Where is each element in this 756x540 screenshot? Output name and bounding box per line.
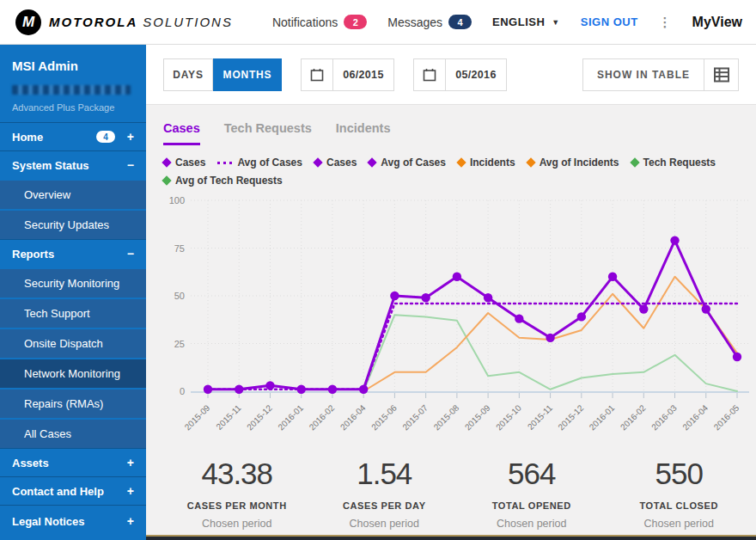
svg-text:2016-01: 2016-01 — [588, 402, 617, 432]
legend-diamond-icon — [526, 157, 535, 167]
sign-out-button[interactable]: SIGN OUT — [581, 15, 638, 28]
sidebar-item-label: Repairs (RMAs) — [24, 397, 103, 410]
date-to-value: 05/2016 — [446, 59, 506, 90]
sidebar-item-label: Tech Support — [24, 307, 90, 320]
messages-button[interactable]: Messages 4 — [387, 15, 472, 29]
stat-value: 43.38 — [163, 457, 311, 491]
date-from-value: 06/2015 — [333, 59, 393, 90]
legend-diamond-icon — [368, 157, 377, 167]
stat-label: TOTAL CLOSED — [606, 500, 753, 511]
brand-primary: MOTOROLA — [49, 15, 137, 29]
sidebar-item-tech-support[interactable]: Tech Support — [0, 298, 146, 328]
sidebar-item-network-monitoring[interactable]: Network Monitoring — [0, 358, 146, 388]
notifications-button[interactable]: Notifications 2 — [272, 15, 367, 29]
chart-container: 02550751002015-092015-112015-122016-0120… — [163, 190, 756, 448]
stat-value: 1.54 — [311, 457, 459, 491]
tab-tech-requests[interactable]: Tech Requests — [224, 121, 312, 145]
stat-total-closed: 550TOTAL CLOSEDChosen period — [606, 457, 753, 530]
svg-text:2015-06: 2015-06 — [369, 402, 399, 432]
legend-label: Incidents — [470, 156, 515, 169]
toolbar: DAYS MONTHS 06/2015 05/2016 SHOW IN TABL… — [146, 45, 756, 105]
svg-text:2015-11: 2015-11 — [214, 402, 243, 432]
report-content: CasesTech RequestsIncidents CasesAvg of … — [146, 105, 756, 530]
sidebar-item-reports[interactable]: Reports− — [0, 239, 146, 267]
svg-text:2015-09: 2015-09 — [463, 402, 492, 432]
calendar-icon — [302, 59, 333, 90]
tab-incidents[interactable]: Incidents — [336, 121, 391, 145]
svg-text:0: 0 — [180, 386, 185, 396]
top-header: M MOTOROLASOLUTIONS Notifications 2 Mess… — [0, 0, 756, 45]
svg-text:100: 100 — [169, 195, 185, 206]
sidebar-item-assets[interactable]: Assets+ — [0, 448, 146, 476]
svg-text:2016-04: 2016-04 — [338, 402, 368, 432]
legend-item-avg-of-cases-1[interactable]: Avg of Cases — [217, 156, 302, 169]
user-name: MSI Admin — [12, 58, 134, 73]
collapse-minus-icon[interactable]: − — [124, 158, 134, 172]
stat-cases-per-day: 1.54CASES PER DAYChosen period — [311, 457, 459, 530]
footer-bar — [146, 535, 756, 540]
legend-item-avg-of-incidents-5[interactable]: Avg of Incidents — [527, 156, 619, 169]
messages-label: Messages — [387, 15, 442, 29]
collapse-minus-icon[interactable]: − — [124, 247, 134, 261]
show-in-table-button[interactable]: SHOW IN TABLE — [582, 58, 739, 91]
stat-sub: Chosen period — [163, 518, 311, 530]
sidebar-item-label: Security Updates — [24, 218, 109, 231]
svg-text:2016-04: 2016-04 — [680, 402, 710, 432]
legend-item-cases-0[interactable]: Cases — [163, 156, 205, 169]
stat-sub: Chosen period — [458, 518, 606, 530]
legend-item-avg-of-cases-3[interactable]: Avg of Cases — [369, 156, 446, 169]
count-badge: 4 — [96, 131, 115, 143]
expand-plus-icon[interactable]: + — [124, 484, 134, 498]
sidebar-item-label: System Status — [12, 159, 89, 172]
sidebar-item-security-updates[interactable]: Security Updates — [0, 209, 146, 239]
notifications-count-badge: 2 — [344, 15, 367, 29]
svg-text:50: 50 — [174, 291, 185, 301]
sidebar-item-label: Assets — [12, 457, 49, 469]
legend-diamond-icon — [162, 157, 171, 167]
svg-text:2015-12: 2015-12 — [245, 402, 274, 432]
expand-plus-icon[interactable]: + — [124, 456, 134, 469]
sidebar-item-security-monitoring[interactable]: Security Monitoring — [0, 267, 146, 298]
sidebar-item-onsite-dispatch[interactable]: Onsite Dispatch — [0, 328, 146, 358]
date-to-picker[interactable]: 05/2016 — [413, 58, 507, 91]
sidebar-profile: MSI Admin Advanced Plus Package — [0, 45, 146, 122]
legend-diamond-icon — [162, 175, 171, 185]
language-dropdown[interactable]: ENGLISH ▼ — [492, 15, 560, 28]
messages-count-badge: 4 — [448, 15, 472, 29]
date-from-picker[interactable]: 06/2015 — [301, 58, 394, 91]
brand-secondary: SOLUTIONS — [143, 15, 233, 29]
sidebar-item-all-cases[interactable]: All Cases — [0, 418, 146, 448]
legend-item-cases-2[interactable]: Cases — [314, 156, 357, 169]
package-label: Advanced Plus Package — [12, 102, 134, 113]
report-tabs: CasesTech RequestsIncidents — [163, 105, 756, 145]
table-icon — [704, 59, 738, 90]
kebab-menu-icon[interactable]: ⋮ — [659, 15, 672, 28]
svg-text:2015-08: 2015-08 — [432, 402, 461, 432]
sidebar-item-repairs-rmas[interactable]: Repairs (RMAs) — [0, 388, 146, 418]
sidebar-item-system-status[interactable]: System Status− — [0, 150, 146, 179]
sidebar-item-label: Legal Notices — [12, 515, 85, 528]
months-toggle-button[interactable]: MONTHS — [213, 58, 282, 91]
svg-text:2016-02: 2016-02 — [619, 402, 648, 432]
sidebar-item-legal-notices[interactable]: Legal Notices+ — [0, 505, 146, 537]
summary-stats: 43.38CASES PER MONTHChosen period1.54CAS… — [163, 457, 756, 530]
legend-item-tech-requests-6[interactable]: Tech Requests — [631, 156, 716, 169]
sidebar-item-home[interactable]: Home4+ — [0, 122, 146, 150]
sidebar-item-label: Network Monitoring — [24, 367, 120, 380]
legend-label: Cases — [326, 156, 357, 169]
product-title: MyView — [692, 15, 742, 30]
motorola-logo: M MOTOROLASOLUTIONS — [15, 9, 233, 35]
sidebar-item-label: Security Monitoring — [24, 277, 119, 290]
expand-plus-icon[interactable]: + — [124, 130, 134, 144]
legend-item-incidents-4[interactable]: Incidents — [458, 156, 515, 169]
tab-cases[interactable]: Cases — [163, 121, 200, 145]
expand-plus-icon[interactable]: + — [124, 514, 134, 528]
legend-item-avg-of-tech-requests-7[interactable]: Avg of Tech Requests — [163, 175, 283, 187]
svg-text:2015-10: 2015-10 — [494, 402, 523, 432]
sidebar-item-contact-and-help[interactable]: Contact and Help+ — [0, 476, 146, 505]
days-toggle-button[interactable]: DAYS — [163, 58, 213, 91]
sidebar-item-label: Contact and Help — [12, 485, 104, 498]
sidebar-item-overview[interactable]: Overview — [0, 179, 146, 209]
stat-cases-per-month: 43.38CASES PER MONTHChosen period — [163, 457, 311, 530]
stat-label: CASES PER DAY — [311, 500, 459, 511]
